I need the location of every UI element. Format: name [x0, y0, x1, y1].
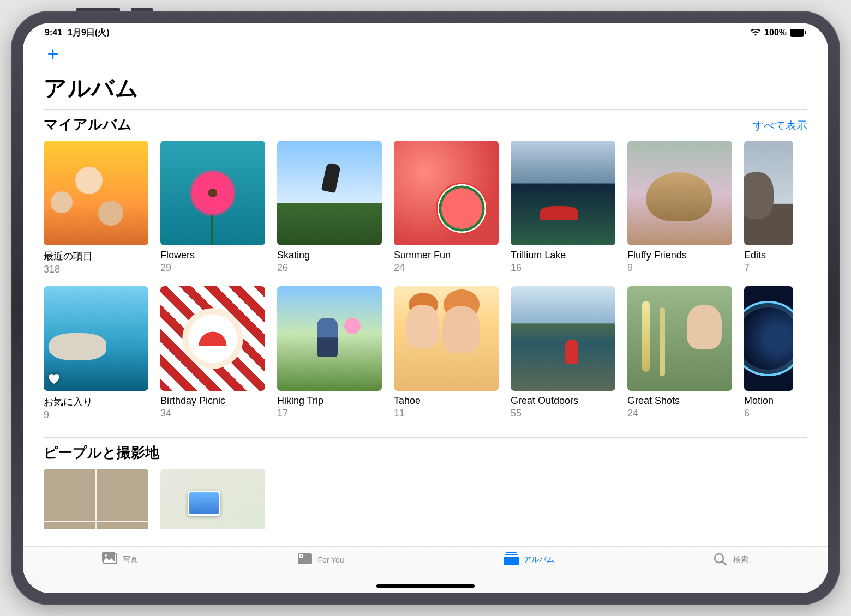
- album-item[interactable]: Flowers29: [160, 141, 265, 275]
- album-thumbnail: [160, 141, 265, 245]
- tab-search[interactable]: 検索: [712, 552, 748, 567]
- album-item[interactable]: Hiking Trip17: [277, 286, 382, 421]
- album-thumbnail: [627, 141, 732, 245]
- album-name: Summer Fun: [394, 250, 499, 261]
- album-count: 26: [277, 262, 382, 274]
- album-count: 17: [277, 408, 382, 419]
- album-item[interactable]: Great Outdoors55: [511, 286, 615, 421]
- tab-search-label: 検索: [733, 555, 748, 565]
- status-date: 1月9日(火): [68, 27, 109, 39]
- battery-percent: 100%: [764, 28, 787, 38]
- album-thumbnail: [394, 286, 499, 391]
- album-item[interactable]: お気に入り9: [44, 286, 148, 421]
- people-places-row: [44, 469, 828, 529]
- album-item[interactable]: Trillium Lake16: [511, 141, 615, 275]
- album-thumbnail: [511, 286, 615, 391]
- section-title-people-places: ピープルと撮影地: [44, 443, 159, 462]
- album-count: 34: [160, 408, 265, 419]
- album-thumbnail: [277, 141, 382, 245]
- album-count: 24: [394, 262, 499, 274]
- album-row-1: 最近の項目318Flowers29Skating26Summer Fun24Tr…: [44, 141, 828, 275]
- section-header-my-albums: マイアルバム すべて表示: [44, 110, 828, 134]
- nav-bar: ＋ アルバム: [23, 39, 828, 104]
- album-name: Birthday Picnic: [160, 395, 265, 407]
- album-item[interactable]: Great Shots24: [627, 286, 732, 421]
- album-count: 7: [744, 262, 793, 274]
- tab-photos[interactable]: 写真: [102, 552, 138, 567]
- album-item[interactable]: Fluffy Friends9: [627, 141, 732, 275]
- album-count: 24: [627, 408, 732, 419]
- album-item[interactable]: Tahoe11: [394, 286, 499, 421]
- album-row-2: お気に入り9Birthday Picnic34Hiking Trip17Taho…: [44, 286, 828, 421]
- section-header-people-places: ピープルと撮影地: [44, 438, 828, 462]
- screen: 9:41 1月9日(火) 100% ＋ アルバム マイアルバム: [23, 23, 828, 593]
- svg-rect-7: [506, 552, 517, 553]
- svg-line-11: [722, 561, 726, 565]
- album-name: Flowers: [160, 250, 265, 261]
- heart-icon: [48, 373, 60, 386]
- svg-rect-9: [504, 557, 519, 565]
- home-indicator[interactable]: [376, 584, 475, 588]
- albums-icon: [503, 552, 519, 567]
- album-count: 55: [511, 408, 615, 419]
- album-count: 16: [511, 262, 615, 274]
- album-thumbnail: [44, 286, 148, 391]
- places-tile[interactable]: [160, 469, 265, 529]
- album-thumbnail: [744, 141, 793, 245]
- tab-for-you[interactable]: For You: [297, 552, 344, 567]
- album-item[interactable]: Edits7: [744, 141, 793, 275]
- album-name: お気に入り: [44, 395, 148, 408]
- album-thumbnail: [394, 141, 499, 245]
- for-you-icon: [297, 552, 313, 567]
- album-count: 6: [744, 408, 793, 419]
- svg-rect-1: [805, 31, 806, 34]
- album-item[interactable]: Skating26: [277, 141, 382, 275]
- svg-point-4: [105, 554, 107, 557]
- album-count: 9: [44, 409, 148, 421]
- tab-bar: 写真 For You アルバム 検索: [23, 546, 828, 593]
- album-name: Fluffy Friends: [627, 250, 732, 261]
- album-name: Skating: [277, 250, 382, 261]
- battery-icon: [790, 29, 806, 37]
- album-thumbnail: [511, 141, 615, 245]
- content-area: マイアルバム すべて表示 最近の項目318Flowers29Skating26S…: [23, 104, 828, 546]
- album-name: 最近の項目: [44, 250, 148, 263]
- photos-icon: [102, 552, 118, 567]
- album-name: Edits: [744, 250, 793, 261]
- album-count: 318: [44, 264, 148, 275]
- album-count: 29: [160, 262, 265, 274]
- album-thumbnail: [160, 286, 265, 391]
- status-bar: 9:41 1月9日(火) 100%: [23, 23, 828, 39]
- album-item[interactable]: Summer Fun24: [394, 141, 499, 275]
- people-tile[interactable]: [44, 469, 148, 529]
- ipad-frame: 9:41 1月9日(火) 100% ＋ アルバム マイアルバム: [11, 11, 840, 605]
- album-item[interactable]: 最近の項目318: [44, 141, 148, 275]
- album-name: Great Shots: [627, 395, 732, 407]
- album-name: Hiking Trip: [277, 395, 382, 407]
- album-name: Tahoe: [394, 395, 499, 407]
- album-item[interactable]: Motion6: [744, 286, 793, 421]
- svg-rect-8: [505, 554, 518, 555]
- wifi-icon: [750, 29, 761, 37]
- album-thumbnail: [627, 286, 732, 391]
- add-album-button[interactable]: ＋: [44, 44, 62, 62]
- album-thumbnail: [44, 141, 148, 245]
- album-count: 11: [394, 408, 499, 419]
- status-time: 9:41: [45, 28, 62, 38]
- album-name: Motion: [744, 395, 793, 407]
- album-name: Trillium Lake: [511, 250, 615, 261]
- album-name: Great Outdoors: [511, 395, 615, 407]
- tab-for-you-label: For You: [317, 555, 344, 564]
- search-icon: [712, 552, 729, 567]
- album-item[interactable]: Birthday Picnic34: [160, 286, 265, 421]
- album-thumbnail: [277, 286, 382, 391]
- svg-rect-0: [790, 29, 804, 37]
- section-title-my-albums: マイアルバム: [44, 115, 132, 134]
- tab-photos-label: 写真: [123, 555, 138, 565]
- tab-albums-label: アルバム: [524, 555, 554, 565]
- album-count: 9: [627, 262, 732, 274]
- tab-albums[interactable]: アルバム: [503, 552, 554, 567]
- see-all-my-albums[interactable]: すべて表示: [753, 118, 807, 133]
- album-thumbnail: [744, 286, 793, 391]
- my-albums-scroller[interactable]: 最近の項目318Flowers29Skating26Summer Fun24Tr…: [44, 141, 828, 432]
